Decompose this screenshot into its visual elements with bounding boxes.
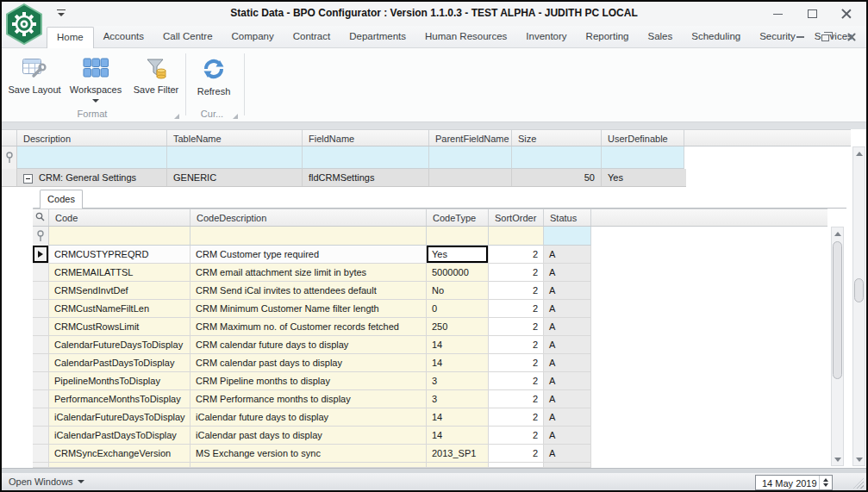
table-row[interactable]: CRMEMAILATTSL CRM email attachment size …: [33, 264, 591, 282]
codedescription-cell[interactable]: CRM calendar future days to display: [190, 336, 427, 354]
main-grid-scrollbar[interactable]: [852, 146, 865, 466]
sortorder-cell[interactable]: 2: [489, 336, 544, 354]
mdi-restore-button[interactable]: [818, 31, 834, 43]
filter-cell-status[interactable]: [544, 227, 591, 246]
save-layout-button[interactable]: Save Layout: [6, 52, 63, 109]
sortorder-cell[interactable]: 2: [489, 445, 544, 463]
filter-cell-sortorder[interactable]: [489, 227, 544, 246]
column-header-codetype[interactable]: CodeType: [427, 209, 489, 226]
status-cell[interactable]: A: [544, 390, 591, 408]
table-row[interactable]: iCalendarPastDaysToDisplay iCalendar pas…: [33, 427, 591, 445]
column-header-fieldname[interactable]: FieldName: [303, 130, 429, 146]
sortorder-cell[interactable]: 2: [489, 300, 544, 318]
sortorder-cell[interactable]: 2: [489, 318, 544, 336]
format-group-expand-icon[interactable]: [174, 114, 179, 119]
ribbon-tab-contract[interactable]: Contract: [284, 26, 340, 48]
ribbon-tab-scheduling[interactable]: Scheduling: [682, 26, 750, 48]
ribbon-tab-sales[interactable]: Sales: [638, 26, 682, 48]
status-cell[interactable]: A: [544, 318, 591, 336]
codedescription-cell[interactable]: CRM Customer type required: [190, 246, 427, 264]
status-cell[interactable]: A: [544, 264, 591, 282]
column-header-userdefinable[interactable]: UserDefinable: [602, 130, 684, 146]
current-group-expand-icon[interactable]: [233, 114, 238, 119]
status-cell[interactable]: A: [544, 282, 591, 300]
workspaces-button[interactable]: Workspaces: [67, 52, 124, 109]
table-row[interactable]: CRMCustNameFiltLen CRM Minimum Customer …: [33, 300, 591, 318]
collapse-row-icon[interactable]: [23, 174, 33, 184]
scrollbar-thumb[interactable]: [833, 241, 842, 379]
size-cell[interactable]: 50: [512, 169, 602, 186]
code-cell[interactable]: CRMSendInvtDef: [49, 282, 190, 300]
tablename-cell[interactable]: GENERIC: [167, 169, 303, 186]
status-cell[interactable]: A: [544, 354, 591, 372]
scroll-up-button[interactable]: [832, 227, 843, 240]
codedescription-cell[interactable]: MS Exchange version to sync: [190, 445, 427, 463]
column-chooser-cell[interactable]: [33, 209, 49, 226]
fieldname-cell[interactable]: fldCRMSettings: [303, 169, 429, 186]
date-spinner[interactable]: [819, 476, 832, 489]
code-cell[interactable]: CRMCustNameFiltLen: [49, 300, 190, 318]
table-row[interactable]: CRMSyncExchangeVersion MS Exchange versi…: [33, 445, 591, 463]
codetype-cell[interactable]: No: [427, 282, 489, 300]
codedescription-cell[interactable]: CRM Send iCal invites to attendees defau…: [190, 282, 427, 300]
code-cell[interactable]: CRMCustRowsLimit: [49, 318, 190, 336]
codetype-cell[interactable]: 14: [427, 427, 489, 445]
codetype-cell[interactable]: 3: [427, 390, 489, 408]
codedescription-cell[interactable]: CRM calendar past days to display: [190, 354, 427, 372]
codedescription-cell[interactable]: iCalendar future days to display: [190, 408, 427, 427]
codedescription-cell[interactable]: CRM Performance months to display: [190, 390, 427, 408]
column-header-parentfieldname[interactable]: ParentFieldName: [429, 130, 512, 146]
table-row[interactable]: CRMCUSTYPREQRD CRM Customer type require…: [33, 246, 591, 264]
codedescription-cell[interactable]: CRM Pipeline months to display: [190, 372, 427, 390]
ribbon-tab-reporting[interactable]: Reporting: [577, 26, 639, 48]
scroll-down-button[interactable]: [853, 453, 865, 465]
code-cell[interactable]: CRMEMAILATTSL: [49, 264, 190, 282]
table-row-crm-general-settings[interactable]: CRM: General Settings GENERIC fldCRMSett…: [2, 169, 686, 187]
column-header-sortorder[interactable]: SortOrder: [489, 209, 544, 226]
scroll-up-button[interactable]: [853, 147, 865, 159]
codedescription-cell[interactable]: CRM Maximum no. of Customer records fetc…: [190, 318, 427, 336]
code-cell[interactable]: CalendarPastDaysToDisplay: [49, 354, 190, 372]
ribbon-tab-static-data[interactable]: Static Data: [862, 26, 868, 48]
status-cell[interactable]: A: [544, 408, 591, 427]
status-cell[interactable]: A: [544, 300, 591, 318]
scroll-down-button[interactable]: [832, 453, 843, 465]
status-cell[interactable]: A: [544, 336, 591, 354]
mdi-close-button[interactable]: [844, 31, 859, 43]
codetype-cell[interactable]: 14: [427, 408, 489, 427]
status-cell[interactable]: A: [544, 427, 591, 445]
sortorder-cell[interactable]: 2: [489, 372, 544, 390]
codetype-cell[interactable]: 5000000: [427, 264, 489, 282]
codetype-cell[interactable]: 0: [427, 300, 489, 318]
sortorder-cell[interactable]: 2: [489, 408, 544, 427]
column-header-code[interactable]: Code: [49, 209, 190, 226]
mdi-minimize-button[interactable]: [792, 31, 808, 43]
close-button[interactable]: [835, 5, 858, 22]
filter-cell-userdefinable[interactable]: [602, 146, 684, 169]
filter-cell-code[interactable]: [49, 227, 190, 246]
codes-grid-scrollbar[interactable]: [831, 227, 844, 466]
table-row[interactable]: CRMCustRowsLimit CRM Maximum no. of Cust…: [33, 318, 591, 336]
sortorder-cell[interactable]: 2: [489, 427, 544, 445]
sortorder-cell[interactable]: 2: [489, 264, 544, 282]
code-cell[interactable]: iCalendarFutureDaysToDisplay: [49, 408, 190, 427]
table-row[interactable]: CalendarFutureDaysToDisplay CRM calendar…: [33, 336, 591, 354]
date-picker[interactable]: 14 May 2019: [755, 475, 833, 490]
save-filter-button[interactable]: Save Filter: [128, 52, 184, 109]
sortorder-cell[interactable]: 2: [489, 354, 544, 372]
filter-cell-fieldname[interactable]: [303, 146, 429, 169]
maximize-button[interactable]: [801, 5, 823, 22]
codetype-cell[interactable]: 2013_SP1: [427, 445, 489, 463]
sortorder-cell[interactable]: 2: [489, 390, 544, 408]
ribbon-tab-home[interactable]: Home: [47, 27, 94, 48]
status-cell[interactable]: A: [544, 372, 591, 390]
ribbon-tab-human-resources[interactable]: Human Resources: [415, 26, 516, 48]
column-header-description[interactable]: Description: [17, 130, 167, 146]
table-row[interactable]: iCalendarFutureDaysToDisplay iCalendar f…: [33, 408, 591, 427]
codedescription-cell[interactable]: iCalendar past days to display: [190, 427, 427, 445]
open-windows-button[interactable]: Open Windows: [9, 476, 84, 487]
description-cell[interactable]: CRM: General Settings: [17, 169, 167, 186]
ribbon-tab-inventory[interactable]: Inventory: [516, 26, 576, 48]
table-row[interactable]: PipelineMonthsToDisplay CRM Pipeline mon…: [33, 372, 591, 390]
column-header-size[interactable]: Size: [512, 130, 602, 146]
